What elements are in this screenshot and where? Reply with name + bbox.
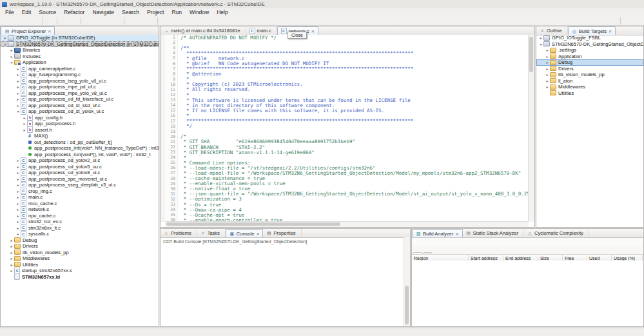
vertical-scrollbar[interactable]	[528, 35, 534, 222]
expand-arrow-icon[interactable]: ▸	[9, 268, 14, 273]
debug-dropdown-icon[interactable]	[93, 17, 102, 25]
tree-item[interactable]: ▸ GPIO_IOToggle (in STM32CubeIDE)	[1, 35, 159, 41]
step-over-icon[interactable]	[136, 17, 146, 25]
tab-build-analyzer[interactable]: Build Analyzer ✕	[412, 229, 463, 237]
code-line[interactable]: 19	[165, 129, 529, 134]
tab-project-explorer[interactable]: Project Explorer ✕	[1, 26, 55, 35]
tree-item[interactable]: ▸ Includes	[1, 54, 159, 60]
tree-item[interactable]: ▸ app_camerapipeline.c	[1, 66, 159, 72]
tree-item[interactable]: ▸ Debug	[1, 237, 159, 244]
minimize-icon[interactable]	[393, 230, 401, 237]
expand-arrow-icon[interactable]: ▸	[9, 250, 14, 255]
close-view-icon[interactable]: ✕	[48, 29, 51, 34]
expand-arrow-icon[interactable]: ▸	[15, 164, 21, 169]
tree-item[interactable]: ▸ Binaries	[1, 47, 159, 54]
save-all-icon[interactable]	[31, 17, 41, 25]
back-icon[interactable]	[170, 17, 179, 25]
code-line[interactable]: 15 * If no LICENSE file comes with this …	[165, 108, 529, 113]
minimize-icon[interactable]	[627, 230, 634, 237]
tree-item[interactable]: ▸ app_fuseprogramming.c	[1, 72, 159, 78]
expand-arrow-icon[interactable]: ▸	[15, 97, 21, 101]
menu-item[interactable]: Edit	[18, 9, 35, 15]
code-line[interactable]: 1 /* AUTOGENERATED DO NOT MODIFY */	[165, 35, 529, 40]
tree-item[interactable]: ▸ app_postprocess_od_yolov5_uu.c	[1, 164, 159, 170]
expand-arrow-icon[interactable]: ▾	[9, 60, 14, 64]
menu-item[interactable]: File	[1, 9, 18, 15]
separator[interactable]	[155, 17, 160, 25]
tree-item[interactable]: ▸ app_postprocess_od_fd_blazeface_ui.c	[1, 96, 159, 103]
tree-item[interactable]: ▾ STM32N6570-DK_GettingStarted_ObjectDet…	[536, 41, 643, 48]
tree-item[interactable]: ▸ Drivers	[1, 243, 159, 250]
tree-item[interactable]: ▸ ll_aton	[536, 78, 643, 84]
remove-all-launches-icon[interactable]	[339, 230, 347, 237]
expand-arrow-icon[interactable]: ▸	[538, 35, 543, 40]
code-line[interactable]: 23 * GIT_DESCRIPTION "atonn-v1.1.1-14-ge…	[165, 150, 529, 155]
expand-arrow-icon[interactable]: ▸	[545, 60, 550, 64]
tree-item[interactable]: MAX()	[1, 133, 159, 139]
expand-arrow-icon[interactable]: ▸	[15, 207, 21, 212]
expand-arrow-icon[interactable]: ▸	[545, 54, 550, 59]
link-editor-icon[interactable]	[134, 27, 142, 34]
last-edit-icon[interactable]	[160, 17, 170, 25]
tree-item[interactable]: ▸ app_config.h	[1, 115, 159, 121]
tab-static-stack-analyzer[interactable]: Static Stack Analyzer	[463, 229, 524, 237]
tree-item[interactable]: ▸ app_postprocess_od_yolov2_ui.c	[1, 157, 159, 164]
expand-arrow-icon[interactable]: ▸	[545, 72, 550, 77]
view-menu-icon[interactable]	[150, 27, 157, 34]
expand-arrow-icon[interactable]: ▸	[15, 177, 21, 181]
tree-item[interactable]: ▸ Middlewares	[1, 255, 159, 262]
build-icon[interactable]	[59, 17, 69, 25]
view-menu-icon[interactable]	[619, 27, 627, 34]
menu-item[interactable]: Window	[186, 9, 213, 15]
code-line[interactable]: 8 * @attention	[165, 72, 529, 77]
expand-arrow-icon[interactable]: ▸	[15, 226, 21, 230]
expand-arrow-icon[interactable]: ▸	[545, 79, 550, 83]
tree-item[interactable]: ▸ npu_cache.c	[1, 213, 159, 219]
expand-arrow-icon[interactable]: ▸	[15, 91, 21, 95]
menu-item[interactable]: Source	[35, 9, 60, 15]
code-line[interactable]: 17 *************************************…	[165, 119, 529, 124]
expand-arrow-icon[interactable]: ▸	[9, 48, 14, 52]
minimize-icon[interactable]	[518, 27, 525, 34]
expand-arrow-icon[interactable]: ▾	[538, 42, 543, 46]
expand-arrow-icon[interactable]: ▸	[3, 35, 8, 40]
tree-item[interactable]: ▸ syscalls.c	[1, 231, 159, 237]
tree-item[interactable]: ▸ app_postprocess_od_st_ssd_uf.c	[1, 103, 159, 109]
terminate-icon[interactable]	[324, 230, 331, 237]
tree-item[interactable]: ▸ app_postprocess_od_yolov8_ui.c	[1, 170, 159, 176]
tab-build-targets[interactable]: Build Targets ✕	[568, 26, 616, 35]
tab-debug-location[interactable]: main() at main.c:84 0x3418081e	[161, 26, 246, 35]
tab-memory-details[interactable]	[423, 252, 432, 254]
remove-launch-icon[interactable]	[331, 230, 339, 237]
scroll-lock-icon[interactable]	[355, 230, 362, 237]
tree-item[interactable]: ▸ app_postprocess_iseg_yolo_v8_ui.c	[1, 78, 159, 84]
menu-item[interactable]: Refactor	[60, 9, 88, 15]
expand-arrow-icon[interactable]: ▸	[15, 195, 21, 199]
step-into-icon[interactable]	[126, 17, 136, 25]
menu-item[interactable]: Search	[118, 9, 143, 15]
tree-item[interactable]: ▸ Debug	[536, 59, 643, 66]
tree-item[interactable]: ▸ Utilities	[1, 262, 159, 268]
tree-item[interactable]: ▸ app_postprocess_sseg_deeplab_v3_ui.c	[1, 182, 159, 188]
minimize-icon[interactable]	[627, 27, 634, 34]
forward-icon[interactable]	[179, 17, 189, 25]
tab-cyclomatic-complexity[interactable]: Cyclomatic Complexity	[524, 229, 589, 237]
tree-item[interactable]: ▸ stm32_lcd_ex.c	[1, 219, 159, 225]
debug-perspective-icon[interactable]	[623, 17, 632, 25]
tree-item[interactable]: ▸ app_postprocess_mpe_yolo_v8_ui.c	[1, 90, 159, 97]
close-view-icon[interactable]: ✕	[256, 232, 259, 236]
tab-tasks[interactable]: Tasks	[197, 229, 226, 237]
expand-arrow-icon[interactable]: ▸	[9, 244, 14, 248]
expand-arrow-icon[interactable]: ▸	[545, 66, 550, 71]
tree-item[interactable]: ▾ Application	[1, 59, 159, 66]
tab-properties[interactable]: Properties	[263, 229, 301, 237]
scrollbar-thumb[interactable]	[166, 222, 340, 226]
tree-item[interactable]: ▸ startup_stm32n657xx.s	[1, 268, 159, 274]
new-wizard-icon[interactable]	[2, 17, 12, 25]
c-perspective-icon[interactable]	[632, 17, 642, 25]
close-tab-icon[interactable]: ✕	[311, 29, 315, 34]
menu-item[interactable]: Navigate	[88, 9, 118, 15]
maximize-icon[interactable]	[525, 27, 533, 34]
tree-item[interactable]: app_postprocess_run(void*[], int, void*,…	[1, 152, 159, 158]
tree-item[interactable]: Utilities	[536, 90, 643, 97]
